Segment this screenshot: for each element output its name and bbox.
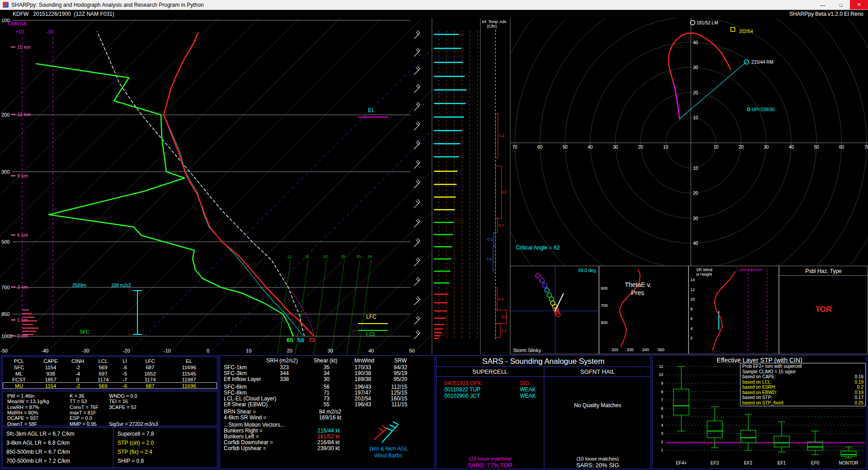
km-label: 9 km <box>17 173 28 179</box>
maximize-button[interactable]: □ <box>832 0 850 9</box>
isotherm <box>0 18 300 354</box>
stp-legend-value: 0.25 <box>855 400 863 406</box>
hodo-tick-label: 20 <box>638 145 643 150</box>
mixing-ratio-line <box>347 260 360 354</box>
sars-match-quality: WEAK <box>520 393 536 399</box>
slinky-title: Storm Slinky <box>513 348 541 353</box>
wind-barb-tick <box>416 317 419 320</box>
storm-motion-value: 239/30 kt <box>317 445 340 451</box>
close-button[interactable]: ✕ <box>850 0 868 9</box>
wind-barb-tick <box>416 49 419 52</box>
index-item: K = 36 <box>70 393 84 399</box>
sr-wind-panel[interactable]: 2468101214 SR Wind w Height psbl superce… <box>689 266 779 354</box>
omega-title: OMEGA <box>8 21 27 26</box>
sounding-id-label: KDFW 20151226/1900 (12Z NAM F031) <box>13 11 114 17</box>
stp-y-tick: 2 <box>661 440 663 444</box>
pcl-value: -4 <box>75 371 80 376</box>
pcl-value: 0 <box>76 377 79 382</box>
sars-match-row[interactable]: 00102900 JCTWEAK <box>436 393 544 399</box>
hodo-tick-label: 30 <box>764 145 769 150</box>
wind-barb-tick <box>416 201 419 203</box>
pcl-value: 1154 <box>45 383 57 389</box>
thetae-x-label: 330 <box>627 348 633 352</box>
hodo-tick-label: 40 <box>789 145 794 150</box>
isotherm <box>371 18 432 354</box>
stp-legend-row: based on STP:0.17 <box>741 395 865 400</box>
lapse-rate-item: 700-500mb LR = 7.2 C/km <box>6 458 70 464</box>
advection-value: 9.6 <box>501 315 507 319</box>
sars-panel[interactable]: SARS - Sounding Analogue System SUPERCEL… <box>436 355 651 469</box>
wind-speed-profile-panel[interactable] <box>432 18 480 354</box>
km-label: 15 km <box>17 44 31 50</box>
skewt-panel[interactable]: 121620253034100200300500700850100015 km1… <box>0 18 432 354</box>
lapse-rate-item: 850-500mb LR = 6.7 C/km <box>6 449 70 455</box>
mixing-ratio-label: 20 <box>323 254 328 259</box>
storm-slinky-panel[interactable]: 69.0 deg Storm Slinky <box>510 266 599 354</box>
index-item: MidRH = 80% <box>7 410 38 415</box>
hodo-tick-label: 40 <box>693 40 698 45</box>
stp-legend-row: based on EBWD:0.19 <box>741 390 865 395</box>
wind-barb <box>414 163 420 169</box>
kin-value: 323 <box>280 364 289 371</box>
hodo-marker-label: 181/52 LM <box>697 20 718 25</box>
el-label: EL <box>368 108 375 113</box>
stp-legend-label: based on STP: <box>742 395 772 400</box>
kin-row-name: Eff Inflow Layer <box>224 376 261 382</box>
kin-value: 196/43 <box>354 384 371 390</box>
kin-row-name: BRN Shear = <box>224 409 256 415</box>
kinematics-panel[interactable]: 1km & 6km AGL Wind Barbs SRH (m2/s2)Shea… <box>220 355 435 469</box>
wind-barb-tick <box>416 181 419 183</box>
index-item: 3CAPE = 52 <box>109 404 137 410</box>
sfc-label: SFC <box>80 329 90 334</box>
hazard-divider <box>779 275 868 276</box>
isotherm <box>45 18 381 354</box>
skewt-canvas: 121620253034100200300500700850100015 km1… <box>0 18 432 354</box>
hodo-tick-label: 40 <box>588 145 593 150</box>
hodograph-panel[interactable]: 1010202030304040505060607070102030401020… <box>510 18 868 266</box>
pcl-header: CAPE <box>43 358 57 364</box>
hazard-type-panel[interactable]: Psbl Haz. Type TOR <box>779 266 868 354</box>
thermo-panel[interactable]: PCLCAPECINHLCLLILFCELSFC1154-2569-668711… <box>1 355 219 469</box>
minimize-button[interactable]: — <box>814 0 832 9</box>
wind-barb-tick <box>416 298 419 301</box>
psbl-supercell-label: psbl supercell <box>740 268 762 272</box>
temp-tick-label: 0 <box>207 348 209 353</box>
sars-hail-no-matches: No Quality Matches <box>574 403 622 409</box>
stp-boxplot-panel[interactable]: Effective Layer STP (with CIN) 123456789… <box>652 355 867 469</box>
surface-dewpoint-f: 65 <box>287 337 293 343</box>
stp-box <box>741 430 756 443</box>
stp-legend-label: Sample CLIMO = 15 sigtor <box>742 369 796 375</box>
stp-legend-value: 0.19 <box>855 390 863 395</box>
surface-wetbulb-f: 58 <box>297 337 304 343</box>
index-item: TEI = 16 <box>109 399 128 404</box>
kin-value: 56 <box>324 384 330 390</box>
stp-box <box>674 389 689 415</box>
advection-value: 0.4 <box>498 297 504 301</box>
kin-row-name: Eff Shear (EBWD) <box>224 401 268 408</box>
temperature-trace <box>164 33 314 336</box>
temp-advection-panel[interactable]: Inf. Temp. Adv. (C/hr) 1.14.90.7-0.5-1.0… <box>480 18 510 354</box>
wind-barb <box>414 280 420 286</box>
wind-barb-tick <box>416 67 419 70</box>
thetae-panel[interactable]: 600700800320330340350 ThetaE v. Pres <box>599 266 689 354</box>
wind-barb-tick <box>417 316 420 319</box>
status-header: KDFW 20151226/1900 (12Z NAM F031) SHARPp… <box>0 10 868 18</box>
sr-wind-canvas: 2468101214 <box>689 266 778 354</box>
pcl-value: -6 <box>123 365 127 370</box>
barb-note-line2: Wind Barbs <box>374 453 402 459</box>
index-item: ConvT = 76F <box>70 404 99 410</box>
wind-barb-tick <box>417 179 420 182</box>
pcl-value: -6 <box>123 383 127 389</box>
pressure-label: 850 <box>1 311 9 317</box>
sars-match-row[interactable]: 04051923 GFKSIG <box>436 380 544 386</box>
sars-supercell-header: SUPERCELL <box>472 369 507 375</box>
mixing-ratio-label: 30 <box>356 254 361 259</box>
stp-box <box>774 436 789 447</box>
kin-value: 95/19 <box>394 370 407 376</box>
stp-category-label: EF3 <box>711 461 719 465</box>
stp-y-tick: 9 <box>661 381 663 385</box>
sars-match-row[interactable]: 00110822 TUPWEAK <box>436 386 544 393</box>
severe-index-item: STP (cin) = 2.0 <box>118 440 154 446</box>
hodo-tick-label: 20 <box>739 145 744 150</box>
sars-match-quality: SIG <box>520 380 529 386</box>
